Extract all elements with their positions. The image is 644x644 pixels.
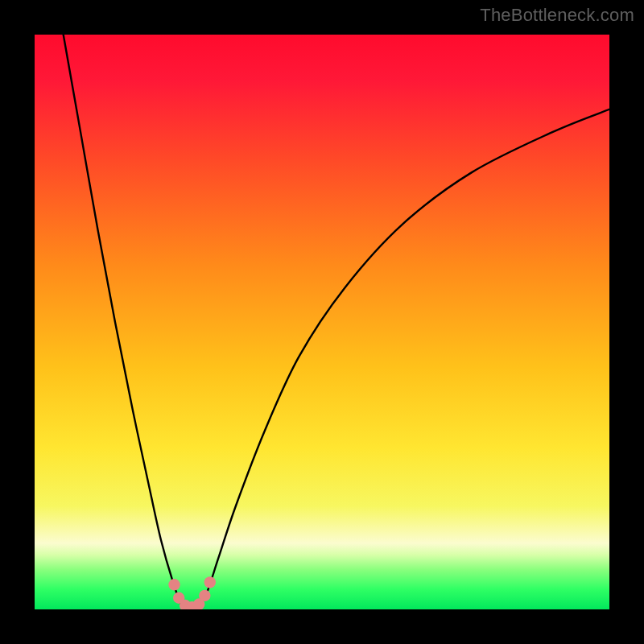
chart-frame: TheBottleneck.com <box>0 0 644 644</box>
bottleneck-curve <box>35 35 609 609</box>
curve-marker <box>199 590 210 601</box>
plot-area <box>35 35 609 609</box>
curve-marker <box>204 576 216 588</box>
watermark-text: TheBottleneck.com <box>480 5 634 26</box>
curve-marker <box>168 579 180 590</box>
